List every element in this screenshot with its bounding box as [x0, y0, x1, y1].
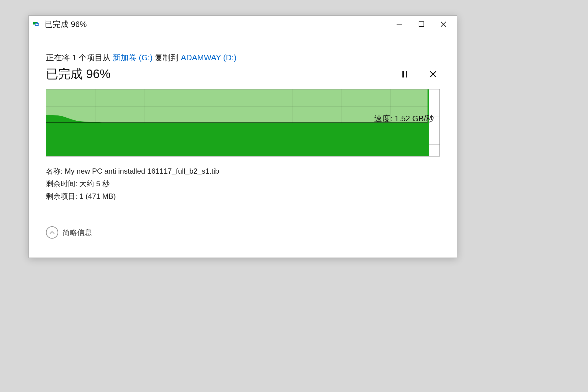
minimize-button[interactable]: [388, 17, 410, 32]
maximize-button[interactable]: [410, 17, 432, 32]
speed-chart: 速度: 1.52 GB/秒: [46, 89, 440, 156]
chevron-up-icon: [46, 226, 58, 239]
detail-name: 名称: My new PC anti installed 161117_full…: [46, 165, 440, 178]
speed-label: 速度: 1.52 GB/秒: [374, 113, 434, 124]
copy-prefix: 正在将 1 个项目从: [46, 53, 113, 62]
pause-button[interactable]: [398, 67, 412, 81]
svg-rect-4: [402, 71, 404, 77]
copy-icon: [33, 21, 40, 27]
svg-rect-1: [419, 22, 424, 27]
copy-mid: 复制到: [153, 53, 181, 62]
dest-link[interactable]: ADAMWAY (D:): [181, 53, 237, 62]
file-copy-dialog: 已完成 96% 正在将 1 个项目从 新加卷 (G:) 复制到 ADAMWAY …: [28, 15, 457, 258]
fewer-details-label: 简略信息: [62, 228, 92, 237]
details-block: 名称: My new PC anti installed 161117_full…: [46, 165, 440, 202]
progress-title: 已完成 96%: [46, 66, 383, 82]
svg-rect-5: [406, 71, 407, 77]
detail-time-remaining: 剩余时间: 大约 5 秒: [46, 178, 440, 190]
source-link[interactable]: 新加卷 (G:): [113, 53, 153, 62]
cancel-button[interactable]: [426, 67, 440, 81]
fewer-details-toggle[interactable]: 简略信息: [46, 226, 440, 239]
copy-description: 正在将 1 个项目从 新加卷 (G:) 复制到 ADAMWAY (D:): [46, 52, 440, 63]
detail-items-remaining: 剩余项目: 1 (471 MB): [46, 190, 440, 203]
close-button[interactable]: [432, 17, 454, 32]
window-title: 已完成 96%: [45, 19, 87, 30]
titlebar: 已完成 96%: [29, 16, 457, 33]
